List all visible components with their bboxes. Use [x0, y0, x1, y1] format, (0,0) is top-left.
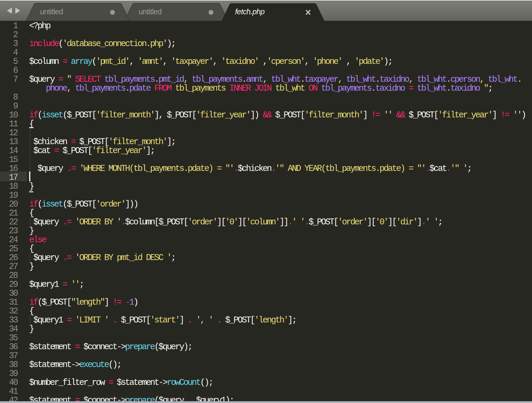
- svg-text:untitled: untitled: [139, 7, 162, 16]
- svg-text:fetch.php: fetch.php: [235, 7, 265, 16]
- svg-text:untitled: untitled: [40, 7, 63, 16]
